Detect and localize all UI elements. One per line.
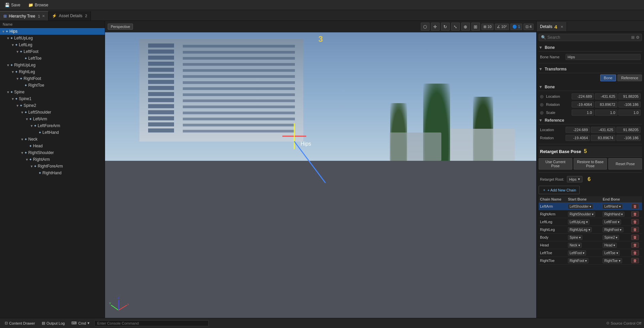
bone-section-header[interactable]: ▼ Bone [539, 44, 642, 52]
chain-row-body[interactable]: BodySpine ▾Spine2 ▾🗑 [539, 234, 642, 241]
tree-item-head[interactable]: ✦Head [0, 143, 105, 149]
chain-row-leftarm[interactable]: LeftArmLeftShoulder ▾LeftHand ▾🗑 [539, 203, 642, 210]
tree-item-rightfoot[interactable]: ▼✦RightFoot [0, 75, 105, 82]
chain-delete-cell[interactable]: 🗑 [630, 241, 642, 249]
delete-chain-btn-leftleg[interactable]: 🗑 [631, 219, 639, 225]
location-z[interactable]: 91.88205 [618, 93, 641, 99]
chain-delete-cell[interactable]: 🗑 [630, 218, 642, 226]
tree-item-spine[interactable]: ▼✦Spine [0, 89, 105, 95]
chain-delete-cell[interactable]: 🗑 [630, 257, 642, 265]
tree-item-leftfoot[interactable]: ▼✦LeftFoot [0, 48, 105, 55]
ref-rotation-z[interactable]: -108.186 [616, 135, 641, 141]
tree-item-rightarm[interactable]: ▼✦RightArm [0, 156, 105, 163]
rotation-z[interactable]: -108.186 [618, 101, 641, 108]
tree-item-rightforearm[interactable]: ▼✦RightForeArm [0, 163, 105, 170]
search-input[interactable] [547, 35, 631, 40]
chain-delete-cell[interactable]: 🗑 [630, 210, 642, 218]
rotation-x[interactable]: -19.4064 [572, 101, 594, 108]
delete-chain-btn-head[interactable]: 🗑 [631, 242, 639, 248]
end-bone-select-rightleg[interactable]: RightFoot ▾ [603, 227, 623, 232]
scale-z[interactable]: 1.0 [618, 110, 641, 116]
start-bone-select-leftarm[interactable]: LeftShoulder ▾ [568, 204, 593, 209]
end-bone-select-leftarm[interactable]: LeftHand ▾ [603, 204, 622, 209]
end-bone-select-leftleg[interactable]: LeftFoot ▾ [603, 219, 621, 225]
chain-delete-cell[interactable]: 🗑 [630, 203, 642, 210]
chain-start-cell[interactable]: LeftUpLeg ▾ [567, 218, 601, 226]
search-bar[interactable]: 🔍 ⊞ ⚙ [539, 34, 642, 41]
bone-subsection-header[interactable]: ▼ Bone [539, 83, 642, 91]
end-bone-select-rightarm[interactable]: RightHand ▾ [603, 212, 624, 217]
chain-delete-cell[interactable]: 🗑 [630, 234, 642, 241]
console-input[interactable] [94, 320, 209, 326]
chain-row-leftleg[interactable]: LeftLegLeftUpLeg ▾LeftFoot ▾🗑 [539, 218, 642, 226]
chain-end-cell[interactable]: Spine2 ▾ [601, 234, 630, 241]
start-bone-select-leftleg[interactable]: LeftUpLeg ▾ [568, 219, 589, 225]
chain-start-cell[interactable]: LeftShoulder ▾ [567, 203, 601, 210]
ref-location-z[interactable]: 91.88205 [616, 127, 641, 133]
chain-delete-cell[interactable]: 🗑 [630, 226, 642, 234]
hierarchy-tree[interactable]: ▼✦Hips ▼✦LeftUpLeg ▼✦LeftLeg ▼✦LeftFoot … [0, 28, 105, 318]
settings-icon[interactable]: ⚙ [636, 35, 640, 40]
delete-chain-btn-rightleg[interactable]: 🗑 [631, 227, 639, 232]
tree-item-rightupleg[interactable]: ▼✦RightUpLeg [0, 62, 105, 68]
end-bone-select-head[interactable]: Head ▾ [603, 243, 617, 248]
delete-chain-btn-leftarm[interactable]: 🗑 [631, 204, 639, 209]
rotate-tool-button[interactable]: ↻ [441, 23, 450, 31]
chain-delete-cell[interactable]: 🗑 [630, 249, 642, 257]
rotation-y[interactable]: 83.89672 [595, 101, 617, 108]
move-tool-button[interactable]: ✛ [431, 23, 440, 31]
snap-button[interactable]: 🔵 1 [510, 24, 522, 30]
chain-end-cell[interactable]: RightFoot ▾ [601, 226, 630, 234]
details-tab-close[interactable]: ✕ [561, 25, 563, 29]
chain-end-cell[interactable]: Head ▾ [601, 241, 630, 249]
tree-item-righttoe[interactable]: ✦RightToe [0, 82, 105, 89]
scale-tool-button[interactable]: ⤡ [451, 23, 460, 31]
chain-end-cell[interactable]: RightHand ▾ [601, 210, 630, 218]
browse-button[interactable]: 📁 Browse [26, 2, 50, 8]
tree-item-leftupleg[interactable]: ▼✦LeftUpLeg [0, 35, 105, 41]
tab-asset-details[interactable]: ⚡ Asset Details 2 [48, 11, 91, 21]
bone-transform-btn[interactable]: Bone [600, 74, 616, 81]
chain-start-cell[interactable]: RightFoot ▾ [567, 257, 601, 265]
tree-item-lefttoe[interactable]: ✦LeftToe [0, 55, 105, 62]
select-tool-button[interactable]: ⬡ [421, 23, 430, 31]
restore-base-pose-button[interactable]: Restore to Base Pose [574, 158, 607, 170]
tree-item-rightshoulder[interactable]: ▼✦RightShoulder [0, 149, 105, 156]
chain-row-rightarm[interactable]: RightArmRightShoulder ▾RightHand ▾🗑 [539, 210, 642, 218]
reset-pose-button[interactable]: Reset Pose [608, 158, 642, 170]
chain-start-cell[interactable]: RightShoulder ▾ [567, 210, 601, 218]
world-button[interactable]: ⊕ [461, 23, 470, 31]
start-bone-select-head[interactable]: Neck ▾ [568, 243, 582, 248]
reference-section-header[interactable]: ▼ Reference [539, 117, 642, 124]
perspective-button[interactable]: Perspective [108, 24, 133, 30]
save-button[interactable]: 💾 Save [3, 2, 22, 8]
tree-item-rightleg[interactable]: ▼✦RightLeg [0, 68, 105, 75]
delete-chain-btn-rightarm[interactable]: 🗑 [631, 211, 639, 217]
chain-end-cell[interactable]: RightToe ▾ [601, 257, 630, 265]
start-bone-select-body[interactable]: Spine ▾ [568, 235, 582, 240]
end-bone-select-body[interactable]: Spine2 ▾ [603, 235, 619, 240]
chain-end-cell[interactable]: LeftFoot ▾ [601, 218, 630, 226]
scale-x[interactable]: 1.0 [572, 110, 594, 116]
start-bone-select-rightarm[interactable]: RightShoulder ▾ [568, 212, 595, 217]
tree-item-leftleg[interactable]: ▼✦LeftLeg [0, 41, 105, 48]
viewport-num-button[interactable]: ⊡ 4 [523, 24, 534, 30]
details-tab[interactable]: Details 4 ✕ [537, 22, 567, 31]
chain-end-cell[interactable]: LeftHand ▾ [601, 203, 630, 210]
tree-item-righthand[interactable]: ✦RightHand [0, 170, 105, 176]
content-drawer-button[interactable]: ⊡ Content Drawer [3, 320, 37, 326]
location-y[interactable]: -431.625 [595, 93, 617, 99]
start-bone-select-lefttoe[interactable]: LeftFoot ▾ [568, 250, 586, 256]
chain-row-head[interactable]: HeadNeck ▾Head ▾🗑 [539, 241, 642, 249]
transforms-section-header[interactable]: ▼ Transforms [539, 65, 642, 73]
ref-location-y[interactable]: -431.625 [591, 127, 615, 133]
tree-item-hips[interactable]: ▼✦Hips [0, 28, 105, 35]
tab-hierarchy-close[interactable]: ✕ [42, 14, 45, 18]
output-log-button[interactable]: ▤ Output Log [40, 320, 67, 326]
delete-chain-btn-righttoe[interactable]: 🗑 [631, 258, 639, 263]
start-bone-select-rightleg[interactable]: RightUpLeg ▾ [568, 227, 592, 232]
viewport-area[interactable]: Perspective ⬡ ✛ ↻ ⤡ ⊕ ⊞ ⊞ 10 ∠ 10° 🔵 1 [105, 21, 536, 318]
tree-item-lefthand[interactable]: ✦LeftHand [0, 129, 105, 136]
tree-item-spine1[interactable]: ▼✦Spine1 [0, 95, 105, 102]
tree-item-leftforearm[interactable]: ▼✦LeftForeArm [0, 122, 105, 129]
